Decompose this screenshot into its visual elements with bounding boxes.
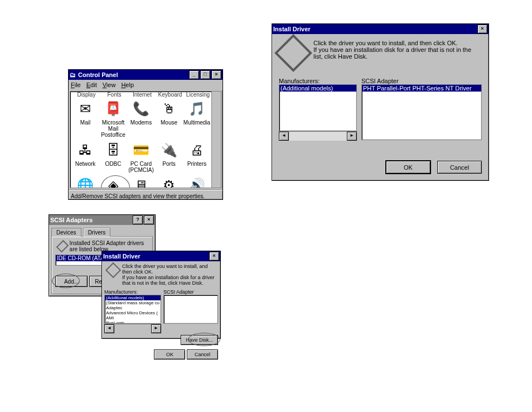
cancel-button[interactable]: Cancel: [437, 161, 482, 174]
ok-button[interactable]: OK: [386, 161, 431, 174]
ok-button[interactable]: OK: [154, 349, 185, 360]
titlebar[interactable]: 🗂 Control Panel _ □ ×: [69, 70, 223, 80]
adapter-list[interactable]: [163, 295, 218, 324]
cp-icon-multimedia[interactable]: 🎵Multimedia: [183, 99, 211, 139]
cp-icon-odbc[interactable]: 🗄ODBC: [99, 140, 127, 174]
cp-icon-mouse[interactable]: 🖱Mouse: [155, 99, 183, 139]
cp-icon-sounds[interactable]: 🔊Sounds: [183, 175, 211, 188]
cancel-button[interactable]: Cancel: [187, 349, 218, 360]
cp-icon-printers[interactable]: 🖨Printers: [183, 140, 211, 174]
cp-icon-network[interactable]: 🖧Network: [71, 140, 99, 174]
cp-icon-modems[interactable]: 📞Modems: [127, 99, 155, 139]
close-icon[interactable]: ×: [477, 25, 487, 33]
scroll-left-icon[interactable]: ◄: [104, 324, 114, 333]
maximize-icon[interactable]: □: [200, 70, 210, 79]
minimize-icon[interactable]: _: [189, 70, 199, 79]
manufacturers-list[interactable]: (Additional models)(Standard mass storag…: [104, 295, 161, 324]
titlebar[interactable]: Install Driver ×: [102, 251, 220, 261]
driver-icon: [105, 262, 121, 278]
tab-drivers[interactable]: Drivers: [83, 228, 111, 237]
cp-icon-services[interactable]: ⚙Services: [155, 175, 183, 188]
close-icon[interactable]: ×: [144, 215, 154, 224]
cp-icon-ports[interactable]: 🔌Ports: [155, 140, 183, 174]
scrollbar-v[interactable]: [211, 92, 221, 188]
scsi-icon: [56, 240, 69, 252]
manufacturers-list[interactable]: (Additional models): [279, 84, 357, 131]
adapter-list[interactable]: PHT Parallel-Port PHT-Series NT Driver: [361, 84, 482, 140]
add-button[interactable]: Add...: [55, 276, 88, 287]
driver-icon: [274, 34, 312, 72]
install-driver-small: Install Driver × Click the driver you wa…: [101, 251, 221, 339]
cp-icon-scsi-adapters[interactable]: ◈SCSI Adapters: [99, 175, 127, 188]
scroll-right-icon[interactable]: ►: [347, 132, 357, 141]
tab-devices[interactable]: Devices: [51, 228, 81, 237]
cp-icon-pc-card-pcmcia-[interactable]: 💳PC Card (PCMCIA): [127, 140, 155, 174]
cp-icon-regional-settings[interactable]: 🌐Regional Settings: [71, 175, 99, 188]
scroll-left-icon[interactable]: ◄: [279, 132, 289, 141]
status-bar: Add/Remove SCSI adapters and view their …: [69, 189, 223, 202]
close-icon[interactable]: ×: [211, 70, 221, 79]
control-panel-window: 🗂 Control Panel _ □ × File Edit View Hel…: [68, 69, 223, 200]
cp-icon-microsoft-mail-postoffice[interactable]: 📮Microsoft Mail Postoffice: [99, 99, 127, 139]
help-icon[interactable]: ?: [133, 215, 143, 224]
cp-icon-mail[interactable]: ✉Mail: [71, 99, 99, 139]
title-text: Control Panel: [78, 70, 118, 80]
titlebar-inactive[interactable]: SCSI Adapters ? ×: [49, 215, 155, 225]
have-disk-button[interactable]: Have Disk...: [181, 335, 218, 345]
cp-icon-server[interactable]: 🖥Server: [127, 175, 155, 188]
titlebar[interactable]: Install Driver ×: [272, 24, 489, 34]
close-icon[interactable]: ×: [209, 252, 219, 261]
icon-area: Display Fonts Internet Keyboard Licensin…: [70, 91, 221, 188]
install-driver-large: Install Driver × Click the driver you wa…: [272, 23, 489, 181]
scroll-right-icon[interactable]: ►: [151, 324, 161, 333]
menubar[interactable]: File Edit View Help: [69, 80, 223, 90]
